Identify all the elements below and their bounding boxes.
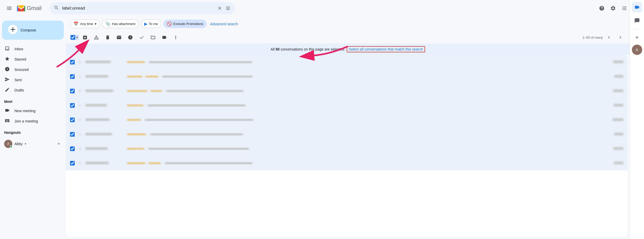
edge-tab-chat-icon[interactable] bbox=[632, 15, 642, 26]
hamburger-menu[interactable] bbox=[4, 3, 14, 13]
email-time bbox=[613, 147, 623, 151]
sidebar-item-new-meeting[interactable]: New meeting bbox=[0, 106, 62, 116]
subject-blur bbox=[127, 90, 147, 92]
settings-button[interactable] bbox=[608, 3, 618, 13]
report-spam-button[interactable] bbox=[91, 32, 101, 43]
table-row[interactable]: ☆ bbox=[66, 142, 628, 156]
sidebar-item-sent-label: Sent bbox=[14, 78, 22, 82]
time-blur bbox=[613, 147, 623, 150]
to-me-filter[interactable]: ▶ To me bbox=[141, 20, 161, 28]
time-blur bbox=[613, 61, 623, 63]
time-blur bbox=[614, 104, 623, 106]
more-button[interactable] bbox=[171, 32, 181, 43]
star-icon[interactable]: ☆ bbox=[78, 88, 82, 94]
edge-tab-meet-icon[interactable] bbox=[632, 2, 642, 12]
sidebar-item-new-meeting-label: New meeting bbox=[14, 109, 36, 113]
advanced-search-link[interactable]: Advanced search bbox=[209, 20, 240, 28]
content-area: 📅 Any time ▾ 📎 Has attachment ▶ To me 🚫 … bbox=[66, 17, 630, 239]
star-icon[interactable]: ☆ bbox=[78, 74, 82, 79]
subject-blur bbox=[127, 162, 145, 164]
filter-bar: 📅 Any time ▾ 📎 Has attachment ▶ To me 🚫 … bbox=[66, 17, 630, 31]
prev-page-button[interactable] bbox=[604, 32, 614, 43]
has-attachment-filter[interactable]: 📎 Has attachment bbox=[102, 20, 139, 28]
email-time bbox=[613, 118, 623, 122]
sidebar-item-join-meeting[interactable]: Join a meeting bbox=[0, 116, 62, 126]
email-checkbox[interactable] bbox=[70, 60, 75, 64]
archive-button[interactable] bbox=[80, 32, 90, 43]
label-button[interactable] bbox=[159, 32, 170, 43]
star-icon[interactable]: ☆ bbox=[78, 117, 82, 123]
edge-tab-plus-icon[interactable]: + bbox=[632, 32, 642, 43]
add-hangouts-contact-button[interactable]: + bbox=[56, 141, 62, 147]
drafts-icon bbox=[4, 87, 10, 94]
star-icon[interactable]: ☆ bbox=[78, 160, 82, 166]
time-blur bbox=[614, 75, 623, 78]
apps-button[interactable] bbox=[619, 3, 630, 13]
star-icon[interactable]: ☆ bbox=[78, 146, 82, 152]
star-icon[interactable]: ☆ bbox=[78, 131, 82, 137]
email-checkbox[interactable] bbox=[70, 103, 75, 108]
select-all-checkbox[interactable] bbox=[71, 35, 75, 40]
email-checkbox[interactable] bbox=[70, 89, 75, 93]
search-options-icon[interactable] bbox=[225, 5, 231, 11]
exclude-promotions-filter[interactable]: 🚫 Exclude Promotions bbox=[163, 20, 207, 28]
hangouts-section-label: Hangouts bbox=[0, 126, 66, 137]
mark-done-button[interactable] bbox=[137, 32, 147, 43]
table-row[interactable]: ☆ bbox=[66, 69, 628, 84]
help-button[interactable] bbox=[597, 3, 607, 13]
sidebar-item-drafts[interactable]: Drafts bbox=[0, 85, 62, 95]
table-row[interactable]: ☆ bbox=[66, 113, 628, 127]
email-checkbox[interactable] bbox=[70, 118, 75, 122]
next-page-button[interactable] bbox=[615, 32, 625, 43]
sidebar-item-join-meeting-label: Join a meeting bbox=[14, 119, 38, 123]
sidebar-item-inbox[interactable]: Inbox bbox=[0, 44, 62, 54]
email-time bbox=[614, 104, 623, 107]
compose-button[interactable]: Compose bbox=[2, 21, 64, 40]
any-time-label: Any time bbox=[80, 22, 93, 26]
email-sender bbox=[85, 103, 124, 107]
sender-blur bbox=[85, 147, 108, 150]
email-checkbox[interactable] bbox=[70, 74, 75, 79]
table-row[interactable]: ☆ bbox=[66, 156, 628, 170]
sender-blur bbox=[85, 75, 108, 78]
time-blur bbox=[614, 133, 623, 135]
gmail-wordmark: Gmail bbox=[27, 5, 41, 12]
sidebar-item-snoozed[interactable]: Snoozed bbox=[0, 64, 62, 75]
delete-button[interactable] bbox=[103, 32, 113, 43]
email-checkbox[interactable] bbox=[70, 146, 75, 151]
table-row[interactable]: ☆ bbox=[66, 98, 628, 113]
selection-banner: All 50 conversations on this page are se… bbox=[66, 44, 630, 55]
any-time-filter[interactable]: 📅 Any time ▾ bbox=[70, 20, 100, 28]
mark-unread-button[interactable] bbox=[114, 32, 124, 43]
move-to-button[interactable] bbox=[148, 32, 158, 43]
sidebar-item-starred[interactable]: Starred bbox=[0, 54, 62, 64]
subject-blur bbox=[127, 75, 142, 78]
table-row[interactable]: ☆ bbox=[66, 84, 628, 98]
snippet-blur bbox=[149, 61, 252, 63]
hangouts-user-item[interactable]: A Abby ▾ + bbox=[4, 139, 62, 149]
sender-blur bbox=[85, 89, 113, 92]
table-row[interactable]: ☆ bbox=[66, 55, 628, 69]
email-checkbox[interactable] bbox=[70, 132, 75, 137]
banner-count: 50 bbox=[276, 47, 280, 51]
email-time bbox=[613, 60, 623, 64]
select-all-conversations-link[interactable]: Select all conversations that match this… bbox=[347, 46, 425, 52]
toolbar: ▾ bbox=[66, 31, 630, 44]
star-icon[interactable]: ☆ bbox=[78, 59, 82, 65]
search-input[interactable] bbox=[62, 6, 217, 11]
checkbox-dropdown-arrow[interactable]: ▾ bbox=[76, 35, 78, 40]
sidebar-item-sent[interactable]: Sent bbox=[0, 75, 62, 85]
subject-blur bbox=[127, 133, 146, 136]
edge-tab-avatar[interactable]: A bbox=[632, 45, 642, 55]
table-row[interactable]: ☆ bbox=[66, 127, 628, 142]
sender-blur bbox=[85, 133, 112, 135]
subject-blur bbox=[127, 147, 144, 150]
star-icon[interactable]: ☆ bbox=[78, 103, 82, 108]
clear-search-icon[interactable] bbox=[217, 5, 223, 11]
search-bar bbox=[50, 2, 235, 14]
email-sender bbox=[85, 161, 124, 165]
email-subject-snippet bbox=[127, 61, 608, 63]
snooze-button[interactable] bbox=[125, 32, 135, 43]
highlight2-blur bbox=[150, 90, 162, 92]
email-checkbox[interactable] bbox=[70, 161, 75, 166]
